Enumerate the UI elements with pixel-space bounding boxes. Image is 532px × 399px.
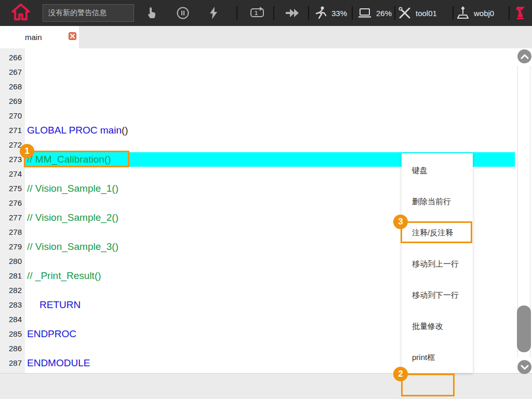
line-number: 276 (0, 196, 25, 210)
line-number: 275 (0, 181, 25, 196)
scrollbar-thumb[interactable] (517, 305, 531, 352)
line-number: 281 (0, 269, 25, 283)
fast-forward-icon (285, 7, 300, 19)
menu-item-4[interactable]: 移动到上一行 (402, 248, 473, 280)
workobject-selector[interactable]: wobj0 (456, 0, 494, 26)
speed-indicator[interactable]: 33% (315, 0, 347, 26)
line-number: 266 (0, 50, 25, 65)
line-number: 270 (0, 109, 25, 123)
topbar-separator (273, 6, 274, 20)
code-segment: () (122, 125, 128, 136)
home-icon (11, 3, 31, 23)
line-number: 284 (0, 312, 25, 327)
code-segment: // Vision_Sample_2() (27, 212, 118, 223)
topbar-separator (394, 6, 395, 20)
menu-item-7[interactable]: print框 (402, 342, 473, 373)
power-button[interactable] (208, 0, 219, 26)
line-content (25, 109, 515, 123)
topbar-separator (352, 6, 353, 20)
callout-badge-1: 1 (20, 144, 34, 158)
code-line[interactable]: 269 (0, 94, 532, 109)
loop-once-icon: 1 (249, 6, 265, 20)
highlight-box-comment-menu-item (401, 221, 472, 243)
highlight-box-commented-line (24, 151, 129, 167)
line-content (25, 65, 515, 79)
pause-button[interactable] (176, 0, 190, 26)
tab-main[interactable]: main (0, 26, 79, 48)
tab-bar: main (0, 26, 532, 48)
single-cycle-button[interactable]: 1 (249, 0, 265, 26)
scroll-up-button[interactable] (517, 49, 531, 63)
code-segment: // _Print_Result() (27, 270, 101, 281)
line-content (25, 138, 515, 152)
line-number: 278 (0, 225, 25, 240)
pause-icon (176, 6, 190, 20)
code-segment: GLOBAL PROC main (27, 125, 122, 136)
callout-badge-3: 3 (393, 215, 408, 229)
lightning-icon (208, 6, 219, 20)
code-segment: // Vision_Sample_3() (27, 241, 118, 252)
code-line[interactable]: 271GLOBAL PROC main() (0, 123, 532, 138)
line-number: 287 (0, 356, 25, 370)
code-line[interactable]: 270 (0, 109, 532, 123)
line-content (25, 94, 515, 109)
code-segment: ENDPROC (27, 328, 76, 339)
alarm-message-box[interactable]: 没有新的警告信息 (43, 4, 134, 22)
code-line[interactable]: 272 (0, 138, 532, 152)
line-number: 267 (0, 65, 25, 79)
line-number: 286 (0, 341, 25, 356)
menu-item-5[interactable]: 移动到下一行 (402, 280, 473, 311)
chevron-up-icon (521, 54, 529, 59)
topbar-separator (236, 6, 237, 20)
line-number: 271 (0, 123, 25, 138)
line-number: 269 (0, 94, 25, 109)
speed-value: 33% (331, 9, 347, 18)
screen-indicator[interactable]: 26% (357, 0, 392, 26)
topbar-separator (509, 6, 510, 20)
brand-logo (514, 0, 526, 26)
line-number: 283 (0, 298, 25, 312)
topbar-separator (453, 6, 454, 20)
line-content (25, 50, 515, 65)
code-segment: ENDMODULE (27, 357, 90, 368)
manual-mode-button[interactable] (145, 0, 158, 26)
code-segment: // Vision_Sample_1() (27, 183, 118, 194)
highlight-box-more-button (401, 374, 455, 396)
continuous-run-button[interactable] (285, 0, 300, 26)
home-button[interactable] (9, 2, 32, 24)
workobject-value: wobj0 (474, 9, 494, 18)
callout-badge-2: 2 (393, 367, 408, 381)
close-icon (70, 34, 75, 38)
joystick-icon (456, 6, 470, 20)
menu-item-2[interactable]: 删除当前行 (402, 186, 473, 217)
line-content (25, 79, 515, 94)
alarm-message-text: 没有新的警告信息 (48, 8, 107, 18)
tool-value: tool01 (416, 9, 437, 18)
tab-title: main (25, 33, 42, 42)
scroll-down-button[interactable] (517, 360, 531, 374)
screen-value: 26% (376, 9, 392, 18)
top-status-bar: 没有新的警告信息 1 (0, 0, 532, 26)
teach-pendant-screen: 没有新的警告信息 1 (0, 0, 532, 399)
tool-selector[interactable]: tool01 (398, 0, 437, 26)
code-line[interactable]: 266 (0, 50, 532, 65)
line-content: GLOBAL PROC main() (25, 123, 515, 138)
line-number: 274 (0, 167, 25, 181)
line-number: 279 (0, 240, 25, 254)
line-number: 285 (0, 327, 25, 341)
running-man-icon (315, 6, 327, 20)
code-line[interactable]: 267 (0, 65, 532, 79)
line-number: 268 (0, 79, 25, 94)
code-line[interactable]: 268 (0, 79, 532, 94)
hand-pointer-icon (145, 6, 158, 20)
topbar-separator (308, 6, 309, 20)
tab-close-button[interactable] (69, 32, 76, 40)
menu-item-6[interactable]: 批量修改 (402, 311, 473, 342)
context-menu: 键盘删除当前行注释/反注释移动到上一行移动到下一行批量修改print框 (402, 153, 473, 373)
line-number: 277 (0, 210, 25, 225)
svg-text:1: 1 (255, 10, 258, 16)
line-number: 280 (0, 254, 25, 269)
tools-icon (398, 6, 411, 20)
menu-item-1[interactable]: 键盘 (402, 155, 473, 186)
chevron-down-icon (521, 365, 529, 370)
